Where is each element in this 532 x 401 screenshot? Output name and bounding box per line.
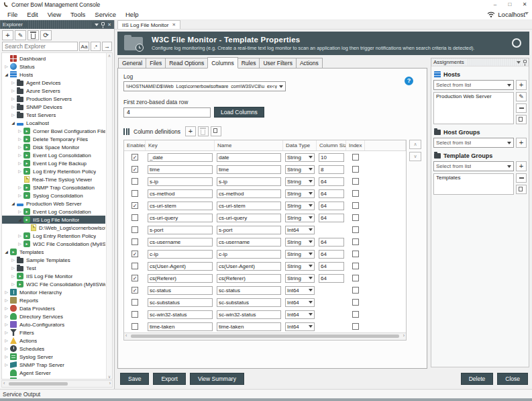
tree-item[interactable]: Status xyxy=(2,62,105,71)
enabled-checkbox[interactable] xyxy=(131,275,138,281)
tree-expander-icon[interactable] xyxy=(3,320,9,328)
index-checkbox[interactable] xyxy=(352,299,359,306)
tab-columns[interactable]: Columns xyxy=(207,57,238,69)
copy-button[interactable] xyxy=(516,115,527,124)
name-input[interactable] xyxy=(217,274,281,283)
delete-button[interactable] xyxy=(28,30,39,40)
help-icon[interactable]: ? xyxy=(405,77,413,85)
name-input[interactable] xyxy=(217,250,281,259)
tree-item[interactable]: Event Log Consolidation xyxy=(2,208,105,216)
edit-button[interactable] xyxy=(15,30,26,40)
select-from-list-dropdown[interactable]: Select from list xyxy=(433,80,514,90)
tree-expander-icon[interactable] xyxy=(3,361,9,369)
tree-item[interactable]: Disk Space Monitor xyxy=(2,143,105,151)
add-assignment-button[interactable] xyxy=(516,138,527,148)
search-go-button[interactable] xyxy=(102,42,112,51)
tree-item[interactable]: Templates xyxy=(2,248,105,256)
tab-actions[interactable]: Actions xyxy=(296,58,323,69)
delete-button[interactable]: Delete xyxy=(461,373,494,385)
column-size-input[interactable] xyxy=(319,250,344,259)
tree-expander-icon[interactable] xyxy=(10,199,16,208)
name-input[interactable] xyxy=(217,226,281,234)
pin-icon[interactable] xyxy=(101,22,105,26)
index-checkbox[interactable] xyxy=(352,166,359,173)
remove-button[interactable] xyxy=(516,173,527,183)
tree-item[interactable]: Hosts xyxy=(2,71,105,79)
data-type-dropdown[interactable]: Int64 xyxy=(285,322,315,331)
enabled-checkbox[interactable] xyxy=(131,202,138,209)
column-size-input[interactable] xyxy=(319,177,344,186)
assignments-listbox[interactable]: Production Web Server xyxy=(433,92,514,124)
index-checkbox[interactable] xyxy=(352,287,359,294)
match-case-button[interactable]: Aa xyxy=(79,42,89,51)
name-input[interactable] xyxy=(217,310,281,319)
first-row-input[interactable] xyxy=(123,107,211,118)
key-input[interactable] xyxy=(148,189,213,198)
search-input[interactable] xyxy=(2,42,78,51)
scrollbar-thumb[interactable] xyxy=(131,335,399,338)
tree-expander-icon[interactable] xyxy=(17,143,23,151)
tree-item[interactable]: Log Entry Retention Policy xyxy=(2,167,105,175)
data-type-dropdown[interactable]: Int64 xyxy=(285,226,315,234)
tree-expander-icon[interactable] xyxy=(3,71,9,79)
tree-expander-icon[interactable] xyxy=(17,167,23,175)
index-checkbox[interactable] xyxy=(352,311,359,318)
tree-expander-icon[interactable] xyxy=(3,296,9,304)
key-input[interactable] xyxy=(148,286,213,295)
data-type-dropdown[interactable]: String xyxy=(285,262,315,271)
enabled-checkbox[interactable] xyxy=(131,323,138,330)
tree-item[interactable]: SNMP Trap Server xyxy=(2,361,105,369)
document-tab[interactable]: IIS Log File Monitor xyxy=(117,20,180,29)
index-checkbox[interactable] xyxy=(352,190,359,197)
tree-expander-icon[interactable] xyxy=(10,111,16,119)
tree-item[interactable]: Azure Servers xyxy=(2,87,105,95)
enabled-checkbox[interactable] xyxy=(131,154,138,161)
tree-expander-icon[interactable] xyxy=(17,151,23,159)
name-input[interactable] xyxy=(217,238,281,247)
index-checkbox[interactable] xyxy=(352,154,359,161)
enabled-checkbox[interactable] xyxy=(131,214,138,221)
close-button[interactable] xyxy=(517,0,532,9)
remove-button[interactable] xyxy=(516,103,527,113)
name-input[interactable] xyxy=(217,262,281,271)
name-input[interactable] xyxy=(217,202,281,210)
tree-item[interactable]: IIS Log File Monitor xyxy=(2,272,105,280)
tree-item[interactable]: Delete Temporary Files xyxy=(2,135,105,143)
tree-item[interactable]: W3C File Consolidation (MyIISWebSiteLog) xyxy=(2,240,105,248)
key-input[interactable] xyxy=(148,322,213,331)
scroll-left-icon[interactable] xyxy=(125,333,127,338)
tree-item[interactable]: Event Log Consolidation xyxy=(2,151,105,159)
menu-tools[interactable]: Tools xyxy=(66,11,90,18)
key-input[interactable] xyxy=(148,310,213,319)
edit-button[interactable] xyxy=(516,92,527,101)
tree-item[interactable]: Corner Bowl Configuration File Backup xyxy=(2,127,105,135)
index-checkbox[interactable] xyxy=(352,275,359,281)
tree-expander-icon[interactable] xyxy=(3,288,9,296)
name-input[interactable] xyxy=(217,214,281,222)
key-input[interactable] xyxy=(148,262,213,271)
tree-expander-icon[interactable] xyxy=(17,159,23,167)
tree-item[interactable]: IIS Log File Monitor xyxy=(2,216,105,224)
tree-expander-icon[interactable] xyxy=(17,191,23,199)
name-input[interactable] xyxy=(217,177,281,186)
export-button[interactable]: Export xyxy=(153,373,186,385)
tree-item[interactable]: Syslog Consolidation xyxy=(2,191,105,199)
data-type-dropdown[interactable]: Int64 xyxy=(285,298,315,307)
column-size-input[interactable] xyxy=(319,262,344,271)
tree-expander-icon[interactable] xyxy=(3,248,9,256)
tree-expander-icon[interactable] xyxy=(3,353,9,361)
scrollbar-thumb[interactable] xyxy=(9,382,68,386)
key-input[interactable] xyxy=(148,214,213,222)
column-size-input[interactable] xyxy=(319,202,344,210)
key-input[interactable] xyxy=(148,165,213,174)
tree-item[interactable]: D:\Web_Logs\cornerbowlsoftware_c xyxy=(2,224,105,232)
save-button[interactable]: Save xyxy=(120,373,149,385)
data-type-dropdown[interactable]: String xyxy=(285,153,315,162)
name-input[interactable] xyxy=(217,286,281,295)
tree-item[interactable]: Filters xyxy=(2,328,105,337)
assignments-listbox[interactable]: Templates xyxy=(433,173,514,195)
tree-expander-icon[interactable] xyxy=(17,135,23,143)
select-from-list-dropdown[interactable]: Select from list xyxy=(433,161,514,171)
add-column-button[interactable] xyxy=(185,126,196,136)
tree-item[interactable]: Schedules xyxy=(2,345,105,353)
